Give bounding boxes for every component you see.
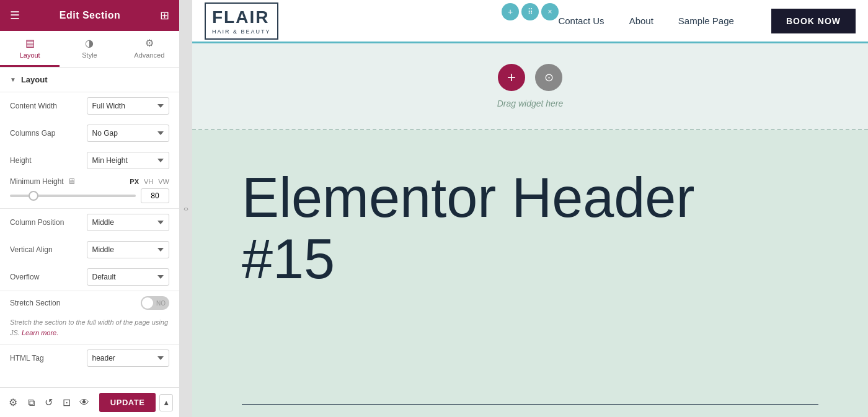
hamburger-icon[interactable]: ☰: [10, 9, 20, 22]
settings-icon[interactable]: ⚙: [6, 393, 20, 412]
monitor-icon: 🖥: [68, 177, 76, 186]
logo-main: FLAIR: [212, 7, 271, 27]
height-label: Height: [10, 156, 82, 165]
canvas-area: + ⠿ × FLAIR HAIR & BEAUTY Contact Us Abo…: [192, 0, 868, 417]
min-height-label: Minimum Height 🖥: [10, 177, 76, 186]
hero-line2: #15: [242, 229, 694, 290]
hero-line1: Elementor Header: [242, 167, 694, 229]
min-height-text: Minimum Height: [10, 177, 64, 186]
preview-icon[interactable]: 👁: [78, 393, 92, 412]
columns-gap-select[interactable]: No Gap Narrow Default: [87, 125, 170, 142]
html-tag-label: HTML Tag: [10, 354, 82, 362]
tab-advanced[interactable]: ⚙ Advanced: [120, 31, 179, 67]
tab-style-label: Style: [82, 51, 97, 59]
toggle-knob: [142, 297, 153, 309]
advanced-icon: ⚙: [145, 37, 154, 49]
overflow-select[interactable]: Default Hidden: [87, 268, 170, 286]
min-height-value[interactable]: [141, 188, 169, 203]
nav-links: Contact Us About Sample Page BOOK NOW: [558, 9, 856, 33]
column-position-label: Column Position: [10, 218, 82, 227]
vertical-align-select[interactable]: Top Middle Bottom: [87, 241, 170, 258]
panel-title: Edit Section: [60, 10, 120, 21]
nav-link-about[interactable]: About: [629, 15, 653, 26]
tabs-container: ▤ Layout ◑ Style ⚙ Advanced: [0, 31, 179, 68]
unit-vh[interactable]: VH: [144, 178, 153, 185]
book-now-button[interactable]: BOOK NOW: [771, 9, 856, 33]
app-container: ☰ Edit Section ⊞ ▤ Layout ◑ Style ⚙ Adva…: [0, 0, 868, 417]
content-width-select[interactable]: Full Width Boxed: [87, 97, 170, 115]
logo-sub: HAIR & BEAUTY: [212, 29, 271, 35]
section-move-button[interactable]: ⠿: [521, 3, 539, 20]
move-widget-button[interactable]: ⊙: [535, 64, 562, 91]
content-width-row: Content Width Full Width Boxed: [0, 92, 179, 120]
nav-link-contact[interactable]: Contact Us: [558, 15, 604, 26]
height-select[interactable]: Default Min Height Fit To Screen: [87, 152, 170, 169]
update-button[interactable]: UPDATE: [99, 393, 156, 412]
minimum-height-row: Minimum Height 🖥 PX VH VW: [0, 174, 179, 208]
columns-gap-row: Columns Gap No Gap Narrow Default: [0, 120, 179, 147]
resize-handle[interactable]: ‹›: [180, 0, 192, 417]
stretch-info: Stretch the section to the full width of…: [0, 315, 179, 344]
learn-more-link[interactable]: Learn more.: [22, 329, 58, 336]
stretch-section-row: Stretch Section NO: [0, 291, 179, 315]
history-icon[interactable]: ↺: [42, 393, 56, 412]
slider-row: [10, 186, 169, 208]
logo-area: FLAIR HAIR & BEAUTY: [205, 2, 278, 40]
stretch-section-label: Stretch Section: [10, 299, 136, 307]
section-toolbar: + ⠿ ×: [502, 3, 559, 20]
navbar: + ⠿ × FLAIR HAIR & BEAUTY Contact Us Abo…: [192, 0, 868, 43]
unit-px[interactable]: PX: [130, 178, 139, 185]
toggle-label: NO: [156, 300, 166, 307]
panel-header: ☰ Edit Section ⊞: [0, 0, 179, 31]
section-close-button[interactable]: ×: [541, 3, 559, 20]
hero-underline: [242, 404, 818, 405]
stretch-toggle[interactable]: NO: [141, 296, 169, 310]
add-widget-button[interactable]: +: [498, 64, 525, 91]
expand-button[interactable]: ▲: [159, 394, 173, 411]
drag-text: Drag widget here: [497, 99, 564, 108]
tab-layout-label: Layout: [20, 51, 40, 59]
tab-layout[interactable]: ▤ Layout: [0, 31, 60, 67]
columns-gap-label: Columns Gap: [10, 129, 82, 138]
section-action-buttons: + ⊙: [498, 64, 562, 91]
style-icon: ◑: [85, 37, 94, 49]
html-tag-row: HTML Tag div header footer main article …: [0, 345, 179, 372]
vertical-align-label: Vertical Align: [10, 245, 82, 254]
layout-section-label: Layout: [21, 75, 48, 84]
main-area: ☰ Edit Section ⊞ ▤ Layout ◑ Style ⚙ Adva…: [0, 0, 868, 417]
responsive-icon[interactable]: ⊡: [60, 393, 74, 412]
layers-icon[interactable]: ⧉: [24, 393, 38, 412]
min-height-slider[interactable]: [10, 195, 136, 197]
hero-section: Elementor Header #15: [192, 130, 868, 417]
min-height-units: PX VH VW: [130, 178, 169, 185]
vertical-align-row: Vertical Align Top Middle Bottom: [0, 236, 179, 263]
tab-style[interactable]: ◑ Style: [60, 31, 119, 67]
stretch-toggle-wrap: NO: [141, 296, 169, 310]
hero-text: Elementor Header #15: [242, 167, 694, 290]
grid-icon[interactable]: ⊞: [160, 9, 169, 22]
panel-footer: ⚙ ⧉ ↺ ⊡ 👁 UPDATE ▲: [0, 387, 179, 417]
left-panel: ☰ Edit Section ⊞ ▤ Layout ◑ Style ⚙ Adva…: [0, 0, 180, 417]
min-height-header: Minimum Height 🖥 PX VH VW: [10, 177, 169, 186]
unit-vw[interactable]: VW: [158, 178, 169, 185]
layout-icon: ▤: [25, 37, 35, 49]
overflow-row: Overflow Default Hidden: [0, 263, 179, 291]
section-add-button[interactable]: +: [502, 3, 519, 20]
column-position-row: Column Position Top Middle Bottom: [0, 209, 179, 236]
empty-section: + ⊙ Drag widget here: [192, 43, 868, 130]
panel-content: ▼ Layout Content Width Full Width Boxed …: [0, 68, 179, 387]
tab-advanced-label: Advanced: [134, 51, 164, 59]
nav-link-sample[interactable]: Sample Page: [678, 15, 734, 26]
height-row: Height Default Min Height Fit To Screen: [0, 147, 179, 174]
layout-section-header[interactable]: ▼ Layout: [0, 68, 179, 92]
logo-block: FLAIR HAIR & BEAUTY: [212, 7, 271, 35]
chevron-down-icon: ▼: [10, 76, 16, 83]
content-width-label: Content Width: [10, 102, 82, 110]
overflow-label: Overflow: [10, 273, 82, 281]
column-position-select[interactable]: Top Middle Bottom: [87, 214, 170, 231]
html-tag-select[interactable]: div header footer main article section a…: [87, 349, 170, 367]
